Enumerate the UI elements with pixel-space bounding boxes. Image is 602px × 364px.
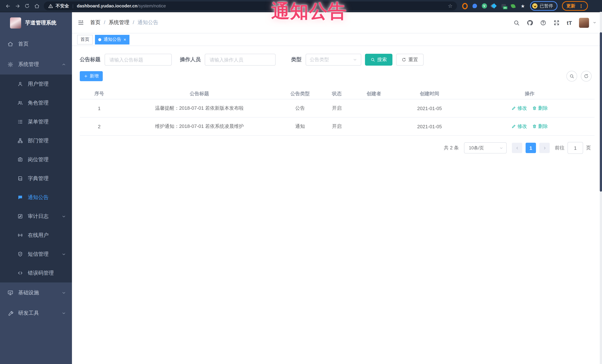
search-button[interactable]: 搜索 [365,54,392,66]
tab-notice-announcement[interactable]: 通知公告 × [95,35,129,44]
sidebar-item-error-code-management[interactable]: 错误码管理 [0,264,72,282]
browser-home-button[interactable] [32,1,42,11]
cell-title: 温馨提醒：2018-07-01 若依新版本发布啦 [119,105,280,112]
sidebar-item-infrastructure[interactable]: 基础设施 [0,282,72,303]
orange-ring-extension-icon[interactable] [462,3,468,9]
refresh-table-button[interactable] [581,71,591,82]
goto-label: 前往 [555,145,565,151]
sidebar-item-role-management[interactable]: 角色管理 [0,94,72,112]
next-page-button[interactable] [539,143,550,153]
goto-page-input[interactable] [568,142,583,154]
announcement-icon [17,195,23,200]
sidebar-item-online-users[interactable]: 在线用户 [0,226,72,245]
table-header-row: 序号 公告标题 公告类型 状态 创建者 创建时间 操作 [80,88,595,99]
blue-pin-extension-icon[interactable] [472,3,477,9]
puzzle-extension-icon[interactable]: ★ [520,3,526,9]
sidebar-item-post-management[interactable]: 岗位管理 [0,150,72,169]
refresh-icon [402,57,406,62]
tab-home[interactable]: 首页 [77,35,93,44]
help-icon[interactable] [540,20,546,26]
page-unit-label: 页 [586,145,591,151]
sidebar-item-notice-announcement[interactable]: 通知公告 [0,188,72,207]
page-number-button[interactable]: 1 [526,143,536,153]
address-bar[interactable]: 不安全 | dashboard.yudao.iocoder.cn/system/… [44,1,457,10]
col-type: 公告类型 [280,90,320,97]
infrastructure-icon [7,290,13,296]
stack-on-extension-icon[interactable]: on [501,3,506,9]
avatar-caret-icon[interactable] [593,21,596,24]
browser-update-button[interactable]: 更新 ⋮ [562,1,588,11]
dictionary-icon [17,176,23,181]
gem-extension-icon[interactable] [491,3,497,9]
insecure-warning-icon [48,3,53,8]
leaf-extension-icon[interactable] [510,3,516,9]
add-button[interactable]: 新增 [80,71,103,81]
sidebar-toggle-icon[interactable] [77,19,84,26]
chevron-down-icon [353,57,357,62]
browser-back-button[interactable] [3,1,13,11]
sidebar-item-home[interactable]: 首页 [0,34,72,54]
breadcrumb-current: 通知公告 [129,19,158,26]
breadcrumb-system[interactable]: 系统管理 [100,19,129,26]
table-tools [566,71,591,82]
error-code-icon [17,270,23,276]
browser-forward-button[interactable] [13,1,22,11]
sidebar-item-sms-management[interactable]: 短信管理 [0,245,72,264]
toggle-search-button[interactable] [566,71,577,82]
chevron-down-icon [62,291,66,295]
edit-link[interactable]: 修改 [512,105,527,112]
security-label[interactable]: 不安全 [56,3,69,9]
font-size-icon[interactable]: tT [567,20,572,26]
system-management-submenu: 用户管理 角色管理 菜单管理 部门管理 岗位管理 [0,74,72,282]
sidebar-item-menu-management[interactable]: 菜单管理 [0,112,72,131]
pencil-icon [512,106,516,110]
cell-type: 通知 [280,123,320,130]
paused-label: 已暂停 [540,3,553,9]
app-title: 芋道管理系统 [25,20,56,26]
sidebar-logo[interactable]: 芋道管理系统 [0,12,72,34]
sidebar-item-dept-management[interactable]: 部门管理 [0,131,72,150]
sidebar-item-user-management[interactable]: 用户管理 [0,74,72,94]
vue-devtools-extension-icon[interactable]: V [482,3,487,9]
breadcrumb-home[interactable]: 首页 [90,19,100,26]
prev-page-button[interactable] [512,143,522,153]
bookmark-star-icon[interactable]: ☆ [448,3,452,9]
user-avatar[interactable] [579,18,589,28]
notice-type-select[interactable]: 公告类型 [306,54,361,66]
delete-link[interactable]: 删除 [532,123,548,130]
dev-tools-icon [7,310,13,316]
audit-log-icon [17,214,23,219]
active-tab-dot [98,38,101,41]
browser-menu-icon[interactable]: ⋮ [579,3,583,9]
page-size-select[interactable]: 10条/页 [464,142,507,154]
col-creator: 创建者 [354,90,394,97]
cell-type: 公告 [280,105,320,112]
profile-paused-chip[interactable]: 已暂停 [530,1,558,11]
sms-icon [17,251,23,257]
page-content: 公告标题 操作人员 类型 公告类型 搜索 重置 [72,46,602,364]
cell-actions: 修改 删除 [465,123,595,130]
chevron-down-icon [62,214,66,218]
close-tab-icon[interactable]: × [124,37,126,42]
operator-input[interactable] [205,54,276,66]
sidebar-item-audit-log[interactable]: 审计日志 [0,207,72,226]
fullscreen-icon[interactable] [553,20,560,26]
header-search-icon[interactable] [513,20,520,26]
sidebar: 芋道管理系统 首页 系统管理 用户管理 角色管理 [0,12,72,364]
github-icon[interactable] [527,20,533,26]
cell-no: 1 [80,105,119,111]
reset-button[interactable]: 重置 [396,54,424,66]
notice-title-label: 公告标题 [80,56,100,63]
gear-icon [7,61,13,67]
sidebar-item-system-management[interactable]: 系统管理 [0,54,72,74]
browser-reload-button[interactable] [22,1,32,11]
notice-title-input[interactable] [105,54,172,66]
tags-view-bar: 首页 通知公告 × [72,33,602,46]
scrollbar-thumb[interactable] [600,32,602,192]
sidebar-item-dict-management[interactable]: 字典管理 [0,169,72,188]
page-scrollbar[interactable] [600,12,602,364]
delete-link[interactable]: 删除 [532,105,548,112]
users-icon [17,100,23,106]
edit-link[interactable]: 修改 [512,123,527,130]
sidebar-item-dev-tools[interactable]: 研发工具 [0,303,72,323]
